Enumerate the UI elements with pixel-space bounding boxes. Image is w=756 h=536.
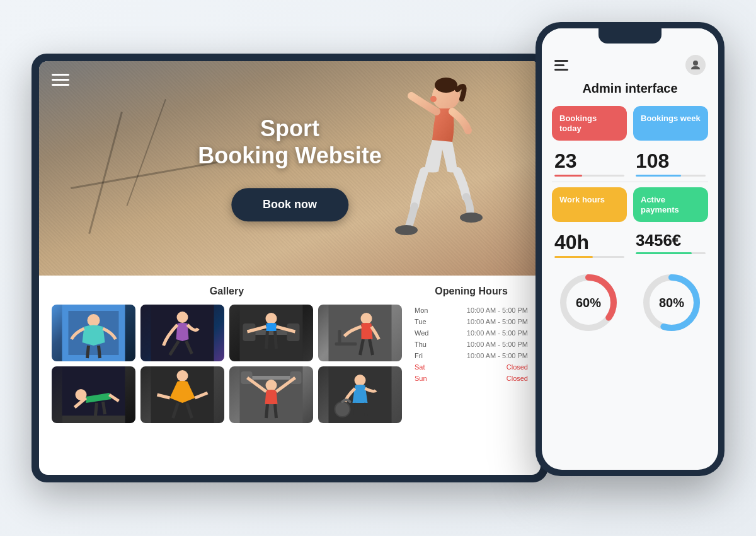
charts-row: 60% 80%: [552, 268, 708, 337]
hero-section: Sport Booking Website Book now: [39, 61, 541, 276]
svg-point-25: [266, 380, 277, 391]
hours-day: Wed: [415, 329, 433, 337]
stat-bar-fill-payments: [636, 252, 692, 254]
gallery-item[interactable]: [140, 366, 224, 423]
gallery-item[interactable]: [52, 366, 135, 423]
admin-title: Admin interface: [552, 81, 708, 96]
stat-bar-today: [554, 175, 624, 177]
website-bottom: Gallery: [39, 276, 541, 475]
hours-row: Sun Closed: [415, 373, 528, 384]
stat-values-row-2: 40h 3456€: [552, 232, 708, 258]
hero-title: Sport Booking Website: [198, 115, 381, 169]
runner-figure: [364, 67, 490, 269]
hours-time: 10:00 AM - 5:00 PM: [467, 341, 528, 348]
scene: Sport Booking Website Book now Gallery: [32, 22, 724, 514]
gallery-item[interactable]: [229, 305, 313, 361]
hours-time: 10:00 AM - 5:00 PM: [467, 352, 528, 359]
hours-day: Sun: [415, 375, 433, 382]
svg-rect-19: [62, 366, 125, 423]
svg-point-4: [430, 96, 437, 102]
stat-value-payments: 3456€: [636, 232, 706, 248]
donut-chart-80: 80%: [637, 268, 706, 337]
svg-point-9: [177, 312, 188, 323]
stat-bar-hours: [554, 256, 624, 258]
stat-label-bookings-week: Bookings week: [641, 114, 701, 124]
gallery-section: Gallery: [52, 286, 402, 465]
stat-card-work-hours: Work hours: [552, 187, 627, 222]
stat-value-today: 23: [554, 151, 624, 171]
hours-day: Tue: [415, 318, 433, 325]
gallery-title: Gallery: [52, 286, 402, 297]
book-now-button[interactable]: Book now: [231, 189, 348, 222]
stat-value-hours: 40h: [554, 232, 624, 252]
phone-user-icon[interactable]: [685, 55, 706, 75]
gallery-item[interactable]: [52, 305, 135, 361]
hero-content: Sport Booking Website Book now: [198, 115, 381, 221]
phone-content: Admin interface Bookings today Bookings …: [542, 81, 718, 470]
stat-bar-fill-today: [554, 175, 582, 177]
hours-row: Tue 10:00 AM - 5:00 PM: [415, 316, 528, 327]
svg-rect-27: [241, 371, 253, 384]
hours-table: Mon 10:00 AM - 5:00 PM Tue 10:00 AM - 5:…: [415, 305, 528, 384]
stat-card-active-payments: Active payments: [633, 187, 708, 222]
hours-row: Wed 10:00 AM - 5:00 PM: [415, 327, 528, 339]
gallery-grid: [52, 305, 402, 423]
hours-day: Fri: [415, 352, 433, 359]
phone-notch: [598, 28, 662, 44]
gallery-item[interactable]: [140, 305, 224, 361]
svg-point-2: [395, 225, 418, 235]
svg-point-7: [88, 314, 100, 327]
gallery-item[interactable]: [318, 366, 402, 423]
hours-time: 10:00 AM - 5:00 PM: [467, 318, 528, 325]
stats-grid-top: Bookings today Bookings week: [552, 106, 708, 141]
stat-value-block-hours: 40h: [552, 232, 627, 258]
shadow-line-3: [126, 99, 166, 206]
stat-value-week: 108: [636, 151, 706, 171]
svg-rect-18: [338, 330, 341, 346]
hours-day: Mon: [415, 306, 433, 314]
phone-screen: Admin interface Bookings today Bookings …: [542, 28, 718, 470]
stat-card-bookings-today: Bookings today: [552, 106, 627, 141]
tablet-screen: Sport Booking Website Book now Gallery: [39, 61, 541, 475]
stat-value-block-payments: 3456€: [633, 232, 708, 258]
stat-value-block-today: 23: [552, 151, 627, 177]
hours-time: 10:00 AM - 5:00 PM: [467, 329, 528, 337]
donut-label-80: 80%: [659, 296, 684, 310]
donut-label-60: 60%: [576, 296, 601, 310]
svg-point-23: [177, 370, 188, 382]
hours-time: 10:00 AM - 5:00 PM: [467, 306, 528, 314]
shadow-line-1: [88, 112, 123, 234]
svg-rect-21: [62, 416, 125, 423]
donut-chart-60: 60%: [554, 268, 623, 337]
svg-point-16: [361, 313, 372, 324]
tablet-device: Sport Booking Website Book now Gallery: [32, 54, 548, 482]
stat-values-row-1: 23 108: [552, 151, 708, 177]
svg-point-14: [266, 313, 277, 324]
hours-row: Sat Closed: [415, 361, 528, 373]
gallery-item[interactable]: [229, 366, 313, 423]
stat-label-bookings-today: Bookings today: [559, 114, 619, 133]
svg-point-31: [335, 402, 350, 417]
hours-row: Fri 10:00 AM - 5:00 PM: [415, 350, 528, 361]
hours-row: Mon 10:00 AM - 5:00 PM: [415, 305, 528, 316]
stat-bar-fill-week: [636, 175, 681, 177]
phone-device: Admin interface Bookings today Bookings …: [536, 22, 724, 476]
hours-day: Sat: [415, 363, 433, 371]
svg-point-1: [435, 78, 457, 93]
stat-bar-payments: [636, 252, 706, 254]
stats-grid-bottom: Work hours Active payments: [552, 187, 708, 222]
phone-menu-icon[interactable]: [554, 60, 568, 71]
stat-divider-1: [552, 182, 708, 182]
tablet-menu-icon[interactable]: [52, 74, 69, 86]
hours-day: Thu: [415, 341, 433, 348]
opening-hours-section: Opening Hours Mon 10:00 AM - 5:00 PM Tue…: [415, 286, 528, 465]
stat-label-active-payments: Active payments: [641, 195, 701, 214]
gallery-item[interactable]: [318, 305, 402, 361]
svg-point-32: [693, 61, 698, 66]
stat-label-work-hours: Work hours: [559, 195, 619, 205]
stat-card-bookings-week: Bookings week: [633, 106, 708, 141]
stat-bar-fill-hours: [554, 256, 593, 258]
svg-rect-28: [290, 371, 302, 384]
hours-time: Closed: [507, 363, 528, 371]
stat-value-block-week: 108: [633, 151, 708, 177]
